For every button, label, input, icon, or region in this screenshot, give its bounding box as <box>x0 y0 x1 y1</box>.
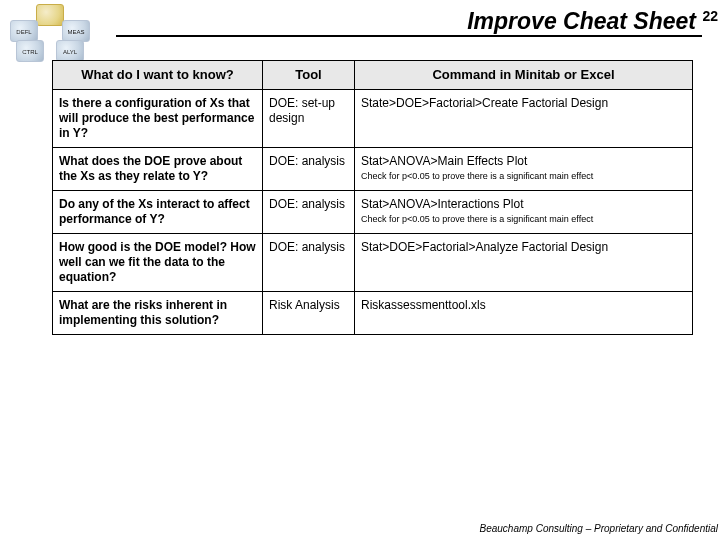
command-text: Stat>ANOVA>Interactions Plot <box>361 197 686 212</box>
logo-hex-bottom-right: ALYL <box>56 40 84 62</box>
cheat-sheet-table: What do I want to know? Tool Command in … <box>52 60 693 335</box>
cell-command: Stat>DOE>Factorial>Analyze Factorial Des… <box>355 234 693 292</box>
cell-question: What are the risks inherent in implement… <box>53 292 263 335</box>
footer-text: Beauchamp Consulting – Proprietary and C… <box>480 523 718 534</box>
cell-tool: DOE: analysis <box>263 148 355 191</box>
command-text: Riskassessmenttool.xls <box>361 298 686 313</box>
cell-question: Is there a configuration of Xs that will… <box>53 90 263 148</box>
cell-command: Riskassessmenttool.xls <box>355 292 693 335</box>
cell-tool: DOE: analysis <box>263 191 355 234</box>
command-text: Stat>ANOVA>Main Effects Plot <box>361 154 686 169</box>
table-row: What does the DOE prove about the Xs as … <box>53 148 693 191</box>
command-text: State>DOE>Factorial>Create Factorial Des… <box>361 96 686 111</box>
command-note: Check for p<0.05 to prove there is a sig… <box>361 214 686 225</box>
header-command: Command in Minitab or Excel <box>355 61 693 90</box>
logo-hex-left: DEFL <box>10 20 38 42</box>
cell-tool: Risk Analysis <box>263 292 355 335</box>
table-row: What are the risks inherent in implement… <box>53 292 693 335</box>
cell-tool: DOE: set-up design <box>263 90 355 148</box>
cell-question: How good is the DOE model? How well can … <box>53 234 263 292</box>
cell-command: Stat>ANOVA>Interactions Plot Check for p… <box>355 191 693 234</box>
header-question: What do I want to know? <box>53 61 263 90</box>
cell-question: What does the DOE prove about the Xs as … <box>53 148 263 191</box>
page-number: 22 <box>702 8 718 24</box>
header-tool: Tool <box>263 61 355 90</box>
cell-question: Do any of the Xs interact to affect perf… <box>53 191 263 234</box>
cell-tool: DOE: analysis <box>263 234 355 292</box>
title-bar: Improve Cheat Sheet <box>100 8 702 37</box>
page-title: Improve Cheat Sheet <box>116 8 702 37</box>
command-text: Stat>DOE>Factorial>Analyze Factorial Des… <box>361 240 686 255</box>
command-note: Check for p<0.05 to prove there is a sig… <box>361 171 686 182</box>
table-row: Do any of the Xs interact to affect perf… <box>53 191 693 234</box>
cell-command: Stat>ANOVA>Main Effects Plot Check for p… <box>355 148 693 191</box>
cell-command: State>DOE>Factorial>Create Factorial Des… <box>355 90 693 148</box>
table-row: Is there a configuration of Xs that will… <box>53 90 693 148</box>
dmaic-logo: DEFL MEAS CTRL ALYL <box>6 6 96 54</box>
table-header-row: What do I want to know? Tool Command in … <box>53 61 693 90</box>
table-row: How good is the DOE model? How well can … <box>53 234 693 292</box>
logo-hex-top <box>36 4 64 26</box>
logo-hex-right: MEAS <box>62 20 90 42</box>
logo-hex-bottom-left: CTRL <box>16 40 44 62</box>
